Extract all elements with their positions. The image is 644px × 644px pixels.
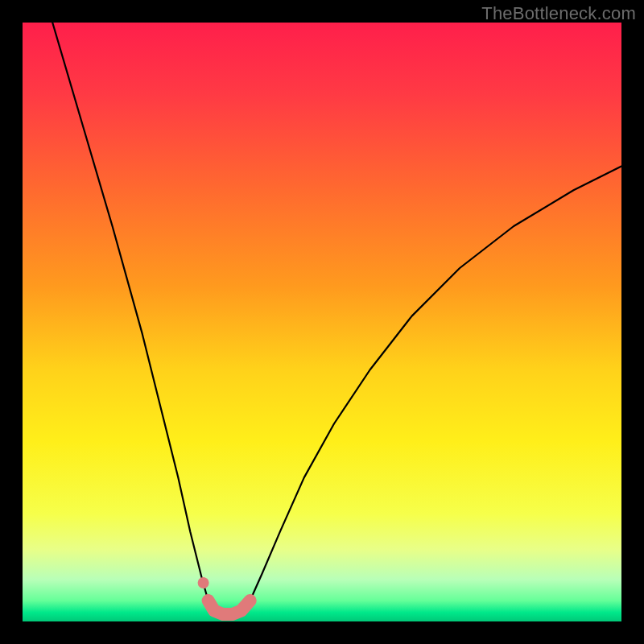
watermark-text: TheBottleneck.com xyxy=(481,3,636,24)
chart-plot-area xyxy=(23,23,621,621)
chart-frame xyxy=(23,23,621,621)
bottleneck-curve xyxy=(52,23,621,614)
highlight-zone xyxy=(208,601,250,614)
highlight-dot-icon xyxy=(198,577,209,588)
